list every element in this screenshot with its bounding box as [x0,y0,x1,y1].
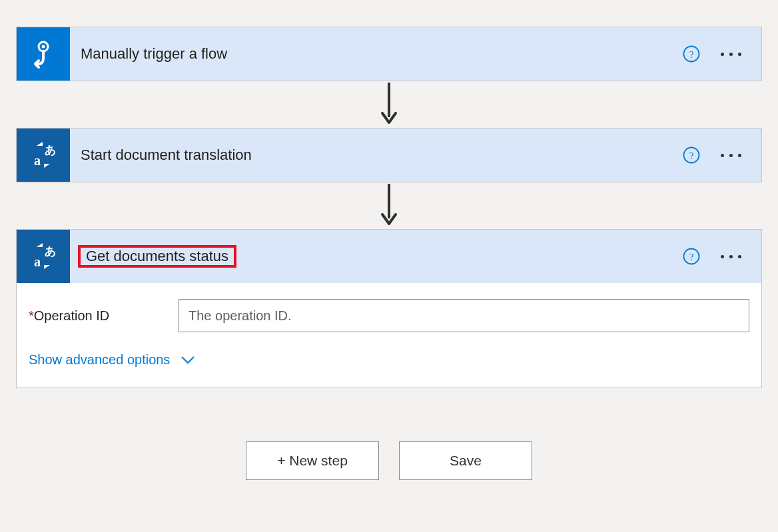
card-title: Manually trigger a flow [70,45,682,63]
card-title-highlighted: Get documents status [70,245,682,268]
connector-arrow [379,182,399,229]
svg-text:あ: あ [45,245,56,258]
required-asterisk: * [29,308,34,323]
card-header: あ a Get documents status ? [17,230,761,283]
flow-designer: Manually trigger a flow ? [13,27,765,480]
show-advanced-options[interactable]: Show advanced options [29,352,195,368]
card-actions: ? [682,146,761,164]
help-icon[interactable]: ? [682,247,701,266]
show-advanced-label: Show advanced options [29,352,170,368]
highlight-box: Get documents status [78,245,236,268]
help-icon[interactable]: ? [682,45,701,63]
more-icon[interactable] [721,154,741,157]
field-label-text: Operation ID [34,308,109,323]
trigger-icon [17,27,70,81]
step-card-trigger[interactable]: Manually trigger a flow ? [16,27,762,81]
field-label: *Operation ID [29,308,179,324]
more-icon[interactable] [721,255,741,258]
connector-arrow [379,81,399,128]
translator-icon: あ a [17,129,70,182]
svg-text:?: ? [689,150,694,161]
chevron-down-icon [181,356,195,365]
bottom-button-row: + New step Save [246,441,532,480]
card-title: Start document translation [70,146,682,164]
svg-point-1 [42,45,45,49]
card-actions: ? [682,247,761,266]
step-card-get-status[interactable]: あ a Get documents status ? [16,229,762,388]
translator-icon: あ a [17,230,70,283]
svg-text:?: ? [689,252,694,262]
operation-id-input[interactable] [179,299,749,332]
svg-text:a: a [34,254,41,269]
card-header: Manually trigger a flow ? [17,27,761,81]
help-icon[interactable]: ? [682,146,701,164]
more-icon[interactable] [721,53,741,56]
save-button[interactable]: Save [399,441,532,480]
card-header: あ a Start document translation ? [17,129,761,182]
form-row-operation-id: *Operation ID [29,299,749,332]
svg-text:あ: あ [45,144,56,156]
card-body: *Operation ID Show advanced options [17,283,761,388]
new-step-button[interactable]: + New step [246,441,379,480]
step-card-start-translation[interactable]: あ a Start document translation ? [16,128,762,182]
svg-text:a: a [34,153,41,168]
svg-text:?: ? [689,49,694,60]
card-actions: ? [682,45,761,63]
